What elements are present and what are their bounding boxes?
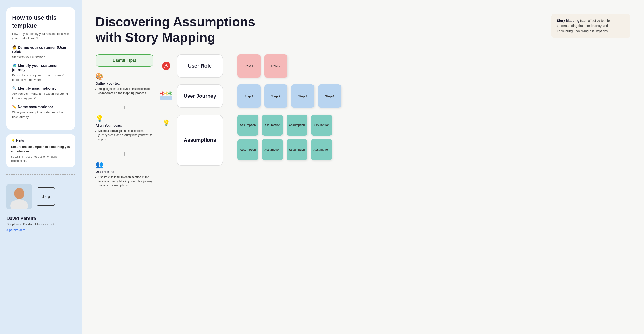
hints-strong: Ensure the assumption is something you c… [11,145,70,153]
sidebar-step-1: 🧑 Define your customer (User role): Star… [12,45,70,59]
svg-point-3 [14,189,24,198]
assumption-1-1[interactable]: Assumption [238,115,258,135]
sidebar: How to use this template How do you iden… [0,0,82,334]
divider [6,174,75,175]
tip3-icon: 👥 [96,161,154,169]
arrow-2: ↓ [96,151,154,157]
tip2-icon: 💡 [96,115,154,122]
author-logo: d · p [37,187,55,206]
sidebar-step-3: 🔍 Identify assumptions: Ask yourself, "W… [12,86,70,100]
tip2-title: Align Your Ideas: [96,124,154,127]
sidebar-subtitle: How do you identify your assumptions wit… [12,32,70,41]
user-journey-icon [160,92,172,100]
assumptions-notes: Assumption Assumption Assumption Assumpt… [238,115,332,160]
vert-dashed-2 [230,84,230,108]
arrow-1: ↓ [96,104,154,110]
author-tagline: Simplifying Product Management [6,222,75,227]
vert-dashed-1 [230,54,230,78]
tip1-icon: 🎨 [96,73,154,80]
useful-tips-box: Useful Tips! [96,54,154,67]
assumption-2-2[interactable]: Assumption [262,139,283,160]
tip1-desc: Bring together all relevant stakeholders… [96,87,154,95]
main-title: Discovering Assumptions with Story Mappi… [96,14,258,45]
assumptions-icon: 💡 [162,119,170,126]
step-note-2[interactable]: Step 2 [264,84,288,108]
assumptions-row-2: Assumption Assumption Assumption Assumpt… [238,139,332,160]
tip2-desc: Discuss and align on the user roles, jou… [96,129,154,141]
user-role-label: User Role [177,54,223,78]
step2-title: 🗺️ Identify your customer journey: [12,63,70,72]
hints-header: 💡 Hints [11,138,70,142]
step-note-3[interactable]: Step 3 [291,84,314,108]
assumption-1-2[interactable]: Assumption [262,115,283,135]
step-note-4[interactable]: Step 4 [318,84,341,108]
tip3-desc: Use Post-its to fill in each section of … [96,175,154,188]
how-to-use-card: How to use this template How do you iden… [6,8,75,130]
hints-sub: so testing it becomes easier for future … [11,154,70,163]
assumption-2-1[interactable]: Assumption [238,139,258,160]
mapping-area: User Role Role 1 Role 2 [160,54,630,193]
user-role-row: User Role Role 1 Role 2 [160,54,630,78]
sidebar-step-4: ✏️ Name assumptions: Write your assumpti… [12,105,70,119]
hints-main: Ensure the assumption is something you c… [11,145,70,163]
user-journey-notes: Step 1 Step 2 Step 3 Step 4 [238,84,341,108]
assumptions-row-1: Assumption Assumption Assumption Assumpt… [238,115,332,135]
tip-block-2: 💡 Align Your Ideas: Discuss and align on… [96,115,154,142]
assumptions-label: Assumptions [177,115,223,166]
hints-card: 💡 Hints Ensure the assumption is somethi… [6,134,75,167]
canvas-area: Useful Tips! 🎨 Gather your team: Bring t… [96,54,630,193]
author-info: David Pereira Simplifying Product Manage… [6,216,75,232]
author-section: d · p [6,184,75,209]
author-link[interactable]: d-pereira.com [6,228,75,232]
step3-title: 🔍 Identify assumptions: [12,86,70,91]
svg-rect-4 [11,201,27,209]
step4-title: ✏️ Name assumptions: [12,105,70,109]
tip-block-1: 🎨 Gather your team: Bring together all r… [96,73,154,96]
vert-dashed-3 [230,115,230,166]
info-box-bold: Story Mapping [557,19,579,23]
tips-column: Useful Tips! 🎨 Gather your team: Bring t… [96,54,160,193]
user-journey-label: User Journey [177,84,223,108]
author-photo [6,184,32,209]
user-role-icon [162,62,170,70]
user-role-icon-wrap [160,62,172,70]
sidebar-title: How to use this template [12,14,70,30]
assumption-2-4[interactable]: Assumption [311,139,332,160]
step-note-1[interactable]: Step 1 [238,84,260,108]
assumptions-row: 💡 Assumptions Assumption Assumption Assu… [160,115,630,166]
author-name: David Pereira [6,216,75,221]
step3-desc: Ask yourself, "What am I assuming during… [12,91,70,100]
tip3-title: Use Post-its: [96,170,154,174]
user-journey-icon-wrap [160,92,172,100]
tip-block-3: 👥 Use Post-its: Use Post-its to fill in … [96,161,154,189]
step1-title: 🧑 Define your customer (User role): [12,45,70,54]
user-journey-row: User Journey Step 1 Step 2 Step 3 Step 4 [160,84,630,108]
info-box: Story Mapping is an effective tool for u… [551,14,630,38]
role-note-2[interactable]: Role 2 [264,54,288,78]
assumption-1-4[interactable]: Assumption [311,115,332,135]
assumption-2-3[interactable]: Assumption [286,139,308,160]
role-note-1[interactable]: Role 1 [238,54,260,78]
assumption-1-3[interactable]: Assumption [286,115,308,135]
step1-desc: Start with your customer. [12,55,70,59]
main-content: Discovering Assumptions with Story Mappi… [82,0,644,334]
tip1-title: Gather your team: [96,82,154,85]
sidebar-step-2: 🗺️ Identify your customer journey: Defin… [12,63,70,82]
step4-desc: Write your assumption underneath the use… [12,110,70,119]
step2-desc: Define the journey from your customer's … [12,73,70,82]
user-role-notes: Role 1 Role 2 [238,54,288,78]
assumptions-icon-wrap: 💡 [160,115,172,126]
